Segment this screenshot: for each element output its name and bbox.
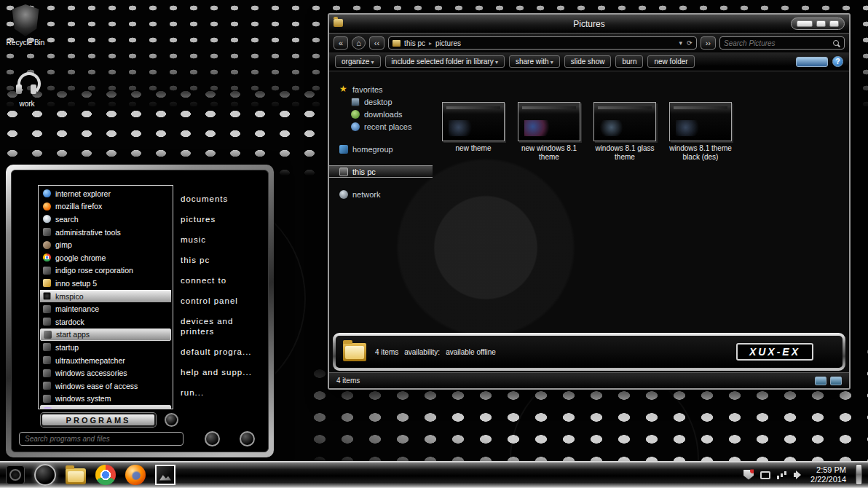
breadcrumb-pictures[interactable]: pictures xyxy=(435,39,461,47)
lock-button[interactable] xyxy=(240,431,255,446)
start-menu-place-link[interactable]: connect to xyxy=(181,275,267,286)
start-button[interactable] xyxy=(34,464,56,486)
start-menu-program-list: internet explorer mozilla firefox search xyxy=(38,185,173,409)
start-menu-place-link[interactable]: run... xyxy=(181,387,267,398)
program-icon xyxy=(43,279,51,287)
sidebar-item-icon xyxy=(339,168,348,176)
toolbar-button[interactable]: include selected folder in library xyxy=(385,55,505,68)
sidebar-item[interactable]: network xyxy=(329,188,433,200)
headphones-icon xyxy=(13,70,41,98)
start-menu-item[interactable]: internet explorer xyxy=(40,187,171,200)
start-menu-item[interactable]: ultrauxthemepatcher xyxy=(40,354,171,367)
start-menu-item[interactable]: start apps xyxy=(40,328,171,342)
taskbar-chrome-icon[interactable] xyxy=(95,465,116,485)
taskbar-corner-button[interactable] xyxy=(6,465,25,484)
file-item[interactable]: windows 8.1 theme black (des) xyxy=(667,102,734,208)
start-menu-place-link[interactable]: help and supp... xyxy=(181,367,267,377)
address-bar[interactable]: this pc ▸ pictures ▾ ⟳ xyxy=(388,36,697,50)
start-menu-item[interactable]: gimp xyxy=(40,238,171,251)
show-desktop-button[interactable] xyxy=(856,464,862,485)
title-bar[interactable]: Pictures xyxy=(329,15,849,34)
start-menu-place-link[interactable]: documents xyxy=(181,194,267,204)
sidebar-item-icon xyxy=(339,190,348,199)
file-item[interactable]: new windows 8.1 theme xyxy=(516,102,583,208)
address-dropdown-icon[interactable]: ▾ xyxy=(679,39,683,47)
sidebar-item[interactable]: homegroup xyxy=(329,143,433,155)
history-forward-icon[interactable]: ›› xyxy=(701,36,716,50)
start-menu-item[interactable]: windows system xyxy=(40,393,171,406)
program-icon xyxy=(43,189,51,197)
program-label: administrative tools xyxy=(55,228,121,237)
desktop-icon-work[interactable]: work xyxy=(3,70,51,108)
start-menu-item[interactable]: startup xyxy=(40,341,171,354)
thumbnails-view-icon[interactable] xyxy=(830,377,842,385)
start-menu-place-link[interactable]: default progra... xyxy=(181,347,267,357)
start-search-input[interactable] xyxy=(25,435,178,443)
start-menu-item[interactable]: indigo rose corporation xyxy=(40,264,171,278)
start-menu-item[interactable]: maintenance xyxy=(40,302,171,315)
start-menu-item[interactable]: mozilla firefox xyxy=(40,200,171,213)
details-view-icon[interactable] xyxy=(815,377,826,385)
window-controls xyxy=(791,17,845,30)
start-menu-item[interactable]: windows accessories xyxy=(40,366,171,379)
taskbar-explorer-icon[interactable] xyxy=(66,468,86,484)
close-button[interactable] xyxy=(829,20,839,27)
start-menu-item[interactable]: search xyxy=(40,213,171,226)
start-menu-item[interactable]: inno setup 5 xyxy=(40,277,171,290)
breadcrumb-this-pc[interactable]: this pc xyxy=(404,39,425,47)
sidebar-item[interactable]: this pc xyxy=(329,165,433,178)
sidebar-item[interactable]: recent places xyxy=(329,120,433,133)
start-menu-item[interactable]: administrative tools xyxy=(40,226,171,239)
history-back-icon[interactable]: ‹‹ xyxy=(369,36,384,50)
power-button[interactable] xyxy=(205,431,220,446)
desktop-icon-recycle-bin[interactable]: Recycle Bin xyxy=(1,4,50,47)
start-menu-place-link[interactable]: this pc xyxy=(181,255,267,265)
toolbar-button[interactable]: share with xyxy=(509,55,560,68)
display-icon[interactable] xyxy=(760,471,770,479)
file-thumbnail xyxy=(518,102,580,141)
items-count: 4 items xyxy=(375,348,398,356)
views-control[interactable] xyxy=(796,57,828,67)
home-icon[interactable]: ⌂ xyxy=(352,36,366,50)
network-icon[interactable] xyxy=(777,470,787,480)
taskbar-firefox-icon[interactable] xyxy=(125,465,146,485)
program-label: winrar xyxy=(56,407,77,409)
toolbar-button[interactable]: slide show xyxy=(564,55,612,68)
availability-value: available offline xyxy=(446,348,496,356)
programs-button[interactable]: PROGRAMS xyxy=(41,413,156,427)
start-menu-item[interactable]: kmspico xyxy=(40,290,171,303)
back-button[interactable]: « xyxy=(334,36,348,50)
start-menu-place-link[interactable]: pictures xyxy=(181,214,267,224)
toolbar-button[interactable]: burn xyxy=(615,55,643,68)
toolbar-button[interactable]: organize xyxy=(335,55,381,68)
refresh-icon[interactable]: ⟳ xyxy=(687,39,693,47)
search-icon[interactable] xyxy=(832,39,840,47)
start-menu-item[interactable]: windows ease of access xyxy=(40,379,171,393)
start-menu-item[interactable]: winrar xyxy=(40,405,171,409)
file-item[interactable]: windows 8.1 glass theme xyxy=(591,102,658,208)
volume-icon[interactable] xyxy=(794,470,804,480)
sidebar-item[interactable]: downloads xyxy=(329,108,433,120)
taskbar: 2:59 PM 2/22/2014 xyxy=(0,461,868,488)
sidebar-item[interactable]: favorites xyxy=(329,83,433,95)
action-center-icon[interactable] xyxy=(743,470,754,480)
help-icon[interactable]: ? xyxy=(832,56,843,67)
file-thumbnail xyxy=(593,102,656,141)
sidebar-item[interactable]: desktop xyxy=(329,95,433,108)
taskbar-clock[interactable]: 2:59 PM 2/22/2014 xyxy=(810,465,849,484)
toolbar-button[interactable]: new folder xyxy=(647,55,694,68)
maximize-button[interactable] xyxy=(816,20,826,27)
program-label: internet explorer xyxy=(55,189,111,198)
start-menu-item[interactable]: google chrome xyxy=(40,251,171,264)
file-item[interactable]: new theme xyxy=(440,102,507,208)
start-menu-place-link[interactable]: control panel xyxy=(181,296,267,306)
start-menu-places: documents pictures music this pc connect… xyxy=(181,194,267,404)
search-input[interactable] xyxy=(724,39,829,47)
start-menu-item[interactable]: stardock xyxy=(40,315,171,328)
taskbar-photos-icon[interactable] xyxy=(155,465,175,485)
program-icon xyxy=(43,253,51,261)
programs-orb-button[interactable] xyxy=(165,413,178,427)
start-menu-place-link[interactable]: music xyxy=(181,235,267,245)
minimize-button[interactable] xyxy=(797,20,813,27)
start-menu-place-link[interactable]: devices and printers xyxy=(181,316,267,337)
